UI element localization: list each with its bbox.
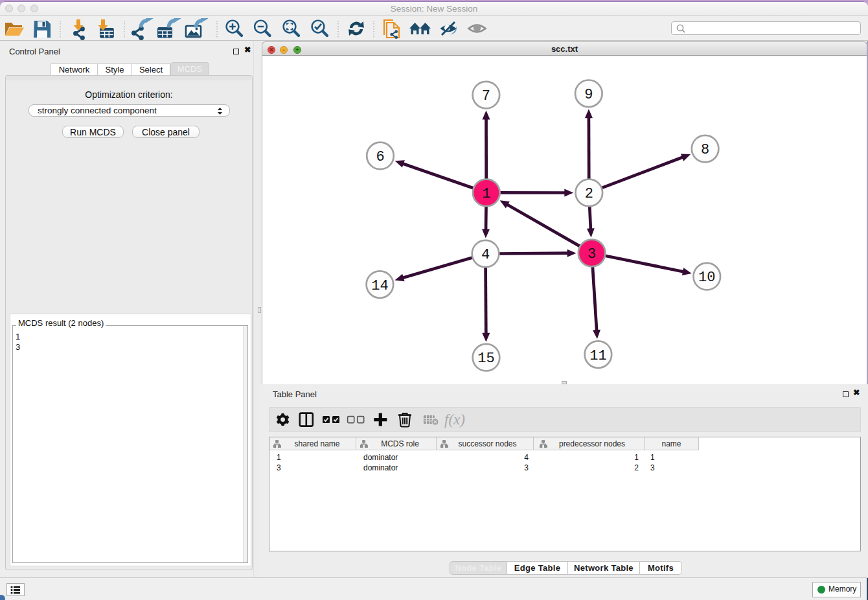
svg-text:10: 10 xyxy=(698,270,715,286)
svg-text:9: 9 xyxy=(584,87,593,103)
svg-text:11: 11 xyxy=(589,348,606,364)
svg-text:14: 14 xyxy=(371,278,388,294)
svg-text:3: 3 xyxy=(588,246,596,262)
svg-text:7: 7 xyxy=(482,88,490,104)
svg-text:15: 15 xyxy=(477,351,494,367)
svg-text:4: 4 xyxy=(481,247,490,263)
svg-text:8: 8 xyxy=(701,142,709,158)
svg-text:f(x): f(x) xyxy=(444,411,465,428)
svg-text:1: 1 xyxy=(482,186,490,202)
svg-text:2: 2 xyxy=(585,186,593,202)
svg-text:6: 6 xyxy=(376,149,384,165)
